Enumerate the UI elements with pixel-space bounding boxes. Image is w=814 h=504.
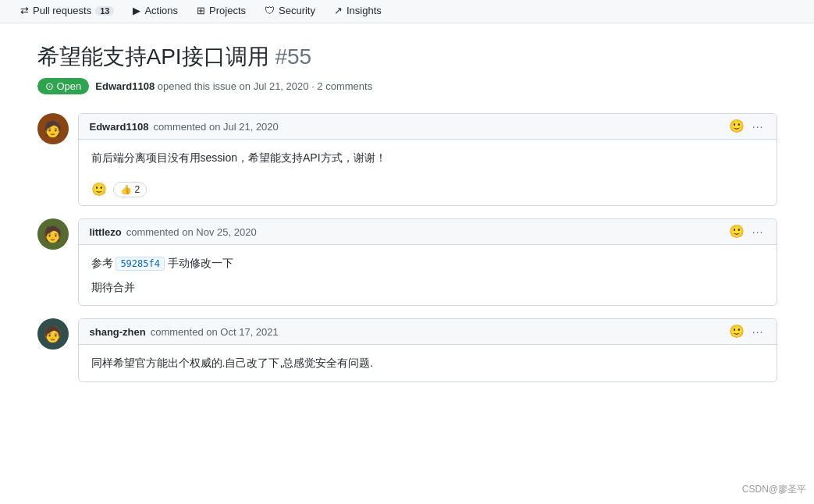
comment-body: 同样希望官方能出个权威的.自己改了下,总感觉安全有问题. [79, 345, 777, 381]
nav-label-projects: Projects [209, 5, 246, 16]
avatar: 🧑 [37, 318, 69, 350]
add-reaction-button[interactable]: 🙂 [91, 183, 107, 196]
comment-block: 🧑 littlezo commented on Nov 25, 2020 🙂 ·… [37, 218, 777, 306]
more-options-button[interactable]: ··· [751, 326, 766, 337]
comment-header-left: shang-zhen commented on Oct 17, 2021 [90, 326, 279, 338]
nav-label-security: Security [279, 5, 315, 16]
security-icon: 🛡 [265, 5, 275, 16]
actions-icon: ▶ [133, 5, 140, 16]
comment-header: littlezo commented on Nov 25, 2020 🙂 ··· [79, 219, 777, 245]
nav-label-pull-requests: Pull requests [33, 5, 91, 16]
comment-block: 🧑 Edward1108 commented on Jul 21, 2020 🙂… [37, 113, 777, 206]
comment-body: 参考 59285f4 手动修改一下 期待合并 [79, 245, 777, 305]
comments-timeline: 🧑 Edward1108 commented on Jul 21, 2020 🙂… [37, 113, 777, 382]
top-navigation: ⇄ Pull requests 13 ▶ Actions ⊞ Projects … [0, 0, 814, 23]
comment-header-right: 🙂 ··· [729, 225, 766, 238]
comment-header-left: Edward1108 commented on Jul 21, 2020 [90, 121, 279, 133]
comment-header-right: 🙂 ··· [729, 325, 766, 338]
issue-title: 希望能支持API接口调用 #55 [37, 42, 777, 72]
comment-header: shang-zhen commented on Oct 17, 2021 🙂 ·… [79, 319, 777, 345]
nav-actions[interactable]: ▶ Actions [125, 0, 186, 23]
more-options-button[interactable]: ··· [751, 226, 766, 237]
comment-box: shang-zhen commented on Oct 17, 2021 🙂 ·… [78, 318, 777, 382]
commenter-link[interactable]: littlezo [90, 226, 122, 238]
commenter-link[interactable]: Edward1108 [90, 121, 149, 133]
main-content: 希望能支持API接口调用 #55 ⊙ Open Edward1108 opene… [25, 23, 790, 401]
nav-projects[interactable]: ⊞ Projects [189, 0, 254, 23]
issue-meta: ⊙ Open Edward1108 opened this issue on J… [37, 78, 777, 94]
issue-author-link[interactable]: Edward1108 [95, 80, 155, 92]
commit-link[interactable]: 59285f4 [116, 257, 165, 271]
comment-body: 前后端分离项目没有用session，希望能支持API方式，谢谢！ [79, 140, 777, 176]
avatar: 🧑 [37, 218, 69, 250]
nav-label-insights: Insights [347, 5, 382, 16]
emoji-reaction-button[interactable]: 🙂 [729, 325, 745, 338]
nav-pull-requests[interactable]: ⇄ Pull requests 13 [12, 0, 122, 23]
comment-header: Edward1108 commented on Jul 21, 2020 🙂 ·… [79, 114, 777, 140]
commenter-link[interactable]: shang-zhen [90, 326, 146, 338]
nav-security[interactable]: 🛡 Security [257, 0, 323, 23]
nav-insights[interactable]: ↗ Insights [326, 0, 389, 23]
more-options-button[interactable]: ··· [751, 121, 766, 132]
nav-label-actions: Actions [144, 5, 178, 16]
issue-number: #55 [275, 44, 311, 69]
comment-box: littlezo commented on Nov 25, 2020 🙂 ···… [78, 218, 777, 306]
pull-requests-badge: 13 [95, 6, 114, 16]
comment-box: Edward1108 commented on Jul 21, 2020 🙂 ·… [78, 113, 777, 206]
pull-request-icon: ⇄ [20, 5, 29, 16]
emoji-reaction-button[interactable]: 🙂 [729, 120, 745, 133]
projects-icon: ⊞ [197, 5, 205, 16]
comment-footer: 🙂 👍 2 [79, 176, 777, 205]
insights-icon: ↗ [334, 5, 343, 16]
comment-header-left: littlezo commented on Nov 25, 2020 [90, 226, 257, 238]
emoji-reaction-button[interactable]: 🙂 [729, 225, 745, 238]
thumbsup-icon: 👍 [120, 184, 132, 195]
avatar: 🧑 [37, 113, 69, 144]
comment-block: 🧑 shang-zhen commented on Oct 17, 2021 🙂… [37, 318, 777, 382]
comment-header-right: 🙂 ··· [729, 120, 766, 133]
issue-status-badge: ⊙ Open [37, 78, 90, 94]
issue-meta-text: Edward1108 opened this issue on Jul 21, … [95, 80, 372, 92]
thumbsup-reaction[interactable]: 👍 2 [113, 182, 148, 197]
open-icon: ⊙ [45, 80, 54, 92]
